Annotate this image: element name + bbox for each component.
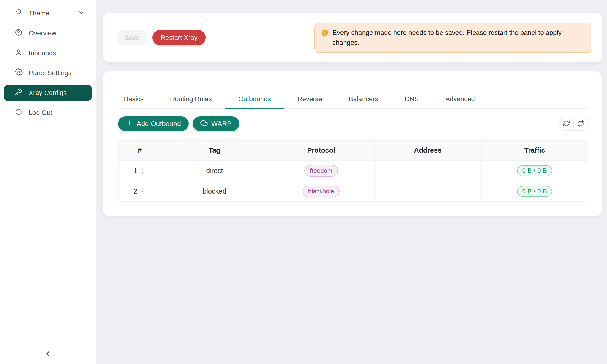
col-header-protocol: Protocol xyxy=(268,141,374,160)
protocol-badge: blackhole xyxy=(303,185,340,197)
tab-balancers[interactable]: Balancers xyxy=(335,90,392,108)
sidebar: Theme Overview Inbounds Panel Settings xyxy=(0,0,95,364)
repeat-icon xyxy=(578,120,584,127)
tab-advanced[interactable]: Advanced xyxy=(432,90,488,108)
sidebar-item-label: Overview xyxy=(29,29,56,37)
address-cell xyxy=(375,160,482,181)
protocol-cell: freedom xyxy=(268,160,374,181)
restart-warning-alert: Every change made here needs to be saved… xyxy=(314,23,591,53)
col-header-num: # xyxy=(119,141,161,160)
restart-xray-button[interactable]: Restart Xray xyxy=(152,30,206,45)
chevron-left-icon xyxy=(44,355,52,359)
sidebar-item-label: Inbounds xyxy=(29,49,56,57)
add-outbound-label: Add Outbound xyxy=(137,120,181,128)
col-header-tag: Tag xyxy=(161,141,268,160)
tab-basics[interactable]: Basics xyxy=(118,90,157,108)
xray-configs-card: Basics Routing Rules Outbounds Reverse B… xyxy=(103,71,602,216)
sidebar-item-overview[interactable]: Overview xyxy=(4,25,92,41)
sidebar-item-label: Xray Configs xyxy=(29,89,67,97)
sidebar-item-inbounds[interactable]: Inbounds xyxy=(4,45,92,61)
traffic-cell: 0 B / 0 B xyxy=(482,160,588,181)
wrench-icon xyxy=(15,88,23,98)
row-num-cell: 1 xyxy=(119,160,161,181)
sidebar-collapse-button[interactable] xyxy=(44,350,52,359)
cloud-icon xyxy=(200,119,208,128)
plus-icon xyxy=(126,119,133,128)
row-number: 2 xyxy=(133,187,137,195)
row-number: 1 xyxy=(133,167,137,175)
traffic-badge: 0 B / 0 B xyxy=(517,186,552,197)
row-num-cell: 2 xyxy=(119,181,161,201)
user-icon xyxy=(15,48,23,58)
table-header-row: # Tag Protocol Address Traffic xyxy=(119,141,588,160)
logout-icon xyxy=(15,108,23,117)
refresh-button[interactable] xyxy=(559,117,574,130)
tab-reverse[interactable]: Reverse xyxy=(284,90,335,108)
reset-traffic-button[interactable] xyxy=(574,117,588,130)
tag-cell: direct xyxy=(161,160,268,181)
address-cell xyxy=(375,181,482,201)
outbounds-toolbar: Add Outbound WARP xyxy=(118,116,588,131)
alert-text: Every change made here needs to be saved… xyxy=(332,28,585,48)
save-button[interactable]: Save xyxy=(117,30,147,45)
sidebar-nav: Theme Overview Inbounds Panel Settings xyxy=(0,5,95,121)
traffic-cell: 0 B / 0 B xyxy=(482,181,588,201)
sidebar-item-log-out[interactable]: Log Out xyxy=(4,105,92,121)
add-outbound-button[interactable]: Add Outbound xyxy=(118,116,188,131)
actions-card: Save Restart Xray Every change made here… xyxy=(103,13,602,62)
sidebar-item-panel-settings[interactable]: Panel Settings xyxy=(4,65,92,81)
tab-dns[interactable]: DNS xyxy=(392,90,432,108)
col-header-traffic: Traffic xyxy=(482,141,588,160)
sidebar-item-theme[interactable]: Theme xyxy=(4,5,92,21)
chevron-down-icon xyxy=(78,9,85,17)
protocol-cell: blackhole xyxy=(268,181,374,201)
lightbulb-icon xyxy=(15,9,23,18)
sidebar-item-label: Theme xyxy=(29,10,49,17)
sidebar-item-label: Panel Settings xyxy=(29,69,72,77)
warp-button[interactable]: WARP xyxy=(193,116,239,131)
config-tabs: Basics Routing Rules Outbounds Reverse B… xyxy=(118,90,588,109)
traffic-badge: 0 B / 0 B xyxy=(517,165,552,176)
gear-icon xyxy=(15,68,23,78)
col-header-address: Address xyxy=(375,141,482,160)
refresh-icon xyxy=(563,120,569,127)
tag-cell: blocked xyxy=(161,181,268,201)
gauge-icon xyxy=(15,28,23,38)
main-content: Save Restart Xray Every change made here… xyxy=(95,0,607,364)
action-buttons: Save Restart Xray xyxy=(117,30,206,45)
outbounds-table: # Tag Protocol Address Traffic 1 direct … xyxy=(118,140,588,202)
table-refresh-group xyxy=(559,117,588,131)
table-row: 1 direct freedom 0 B / 0 B xyxy=(119,160,588,181)
protocol-badge: freedom xyxy=(304,165,338,177)
sidebar-item-xray-configs[interactable]: Xray Configs xyxy=(4,85,92,101)
row-menu-kebab-icon[interactable] xyxy=(140,168,146,174)
row-menu-kebab-icon[interactable] xyxy=(140,188,146,195)
table-row: 2 blocked blackhole 0 B / 0 B xyxy=(119,181,588,201)
warp-label: WARP xyxy=(211,120,232,128)
tab-outbounds[interactable]: Outbounds xyxy=(225,90,284,108)
warning-icon xyxy=(321,28,329,39)
sidebar-item-label: Log Out xyxy=(29,109,53,117)
tab-routing-rules[interactable]: Routing Rules xyxy=(157,90,225,108)
